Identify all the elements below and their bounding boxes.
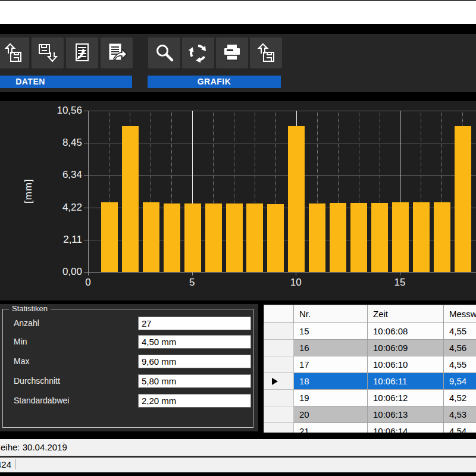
column-header-nr[interactable]: Nr. bbox=[294, 305, 368, 323]
stat-label-durchschnitt: Durchschnitt bbox=[14, 374, 60, 388]
stat-input-max[interactable] bbox=[138, 355, 251, 368]
chart-bar bbox=[164, 203, 180, 272]
table-cell[interactable]: 19 bbox=[294, 390, 368, 406]
chart-bar bbox=[455, 126, 471, 272]
status-separator bbox=[64, 441, 64, 452]
table-cell[interactable]: 4,55 bbox=[444, 323, 476, 340]
table-row[interactable]: 1610:06:094,56 bbox=[264, 340, 476, 356]
table-cell[interactable]: 4,56 bbox=[444, 340, 476, 356]
table-cell[interactable]: 15 bbox=[294, 323, 368, 340]
table-cell[interactable]: 4,54 bbox=[444, 423, 476, 433]
y-tick-mark bbox=[84, 272, 88, 273]
table-cell[interactable]: 10:06:14 bbox=[368, 423, 444, 433]
table-row[interactable]: 2110:06:144,54 bbox=[264, 423, 476, 433]
column-header-zeit[interactable]: Zeit bbox=[368, 305, 444, 323]
table-cell[interactable]: 9,54 bbox=[444, 373, 476, 390]
y-tick-label: 8,45 bbox=[0, 137, 82, 148]
row-header-cell[interactable] bbox=[264, 356, 294, 373]
table-row[interactable]: 1910:06:124,52 bbox=[264, 390, 476, 406]
stat-input-anzahl[interactable] bbox=[138, 317, 251, 330]
statistics-panel: Statistiken AnzahlMinMaxDurchschnittStan… bbox=[0, 304, 258, 431]
printer-icon bbox=[221, 42, 243, 64]
x-tick-label: 0 bbox=[78, 277, 98, 289]
load-data-button[interactable] bbox=[0, 37, 29, 68]
stat-label-standardabwei: Standardabwei bbox=[14, 394, 69, 408]
table-row[interactable]: 2010:06:134,53 bbox=[264, 406, 476, 423]
table-cell[interactable]: 18 bbox=[294, 373, 368, 390]
table-cell[interactable]: 4,53 bbox=[444, 406, 476, 423]
zoom-graphic-button[interactable] bbox=[148, 37, 180, 68]
save-data-button[interactable] bbox=[32, 37, 64, 68]
export-data-button[interactable] bbox=[101, 37, 133, 68]
chart-bar bbox=[371, 203, 388, 272]
stat-input-standardabwei[interactable] bbox=[138, 394, 251, 408]
grafik-group-label: GRAFIK bbox=[148, 76, 281, 88]
table-cell[interactable]: 4,52 bbox=[444, 390, 476, 406]
floppy-arrow-down-icon bbox=[37, 42, 58, 64]
table-cell[interactable]: 10:06:09 bbox=[368, 340, 444, 356]
chart-bar bbox=[288, 126, 305, 272]
table-cell[interactable]: 20 bbox=[294, 406, 368, 423]
row-header-cell[interactable] bbox=[264, 406, 294, 423]
stat-label-min: Min bbox=[14, 335, 27, 349]
stat-input-durchschnitt[interactable] bbox=[138, 374, 251, 388]
table-cell[interactable]: 10:06:08 bbox=[368, 323, 444, 340]
y-tick-mark bbox=[84, 240, 88, 240]
chart-bar bbox=[330, 203, 346, 272]
daten-button-group bbox=[0, 37, 133, 68]
table-cell[interactable]: 10:06:11 bbox=[368, 373, 444, 390]
y-tick-mark bbox=[84, 111, 88, 111]
table-cell[interactable]: 16 bbox=[294, 340, 368, 356]
status-bar-top: eihe: 30.04.2019 bbox=[0, 439, 476, 456]
row-header-corner bbox=[264, 305, 294, 323]
stat-label-max: Max bbox=[14, 355, 29, 368]
row-header-cell[interactable] bbox=[264, 390, 294, 406]
x-tick-label: 5 bbox=[182, 277, 202, 289]
row-header-cell[interactable] bbox=[264, 340, 294, 356]
table-row[interactable]: 1510:06:084,55 bbox=[264, 323, 476, 340]
table-cell[interactable]: 21 bbox=[294, 423, 368, 433]
table-cell[interactable]: 10:06:13 bbox=[368, 406, 444, 423]
toolbar: DATEN GRAFIK bbox=[0, 34, 476, 92]
table-cell[interactable]: 17 bbox=[294, 356, 368, 373]
x-tick-mark bbox=[296, 273, 296, 275]
y-tick-mark bbox=[84, 175, 88, 176]
column-header-messwert[interactable]: Messwert bbox=[444, 305, 476, 323]
reset-graphic-button[interactable] bbox=[182, 37, 214, 68]
chart-bar bbox=[350, 203, 367, 272]
chart-bar bbox=[413, 202, 430, 272]
stat-label-anzahl: Anzahl bbox=[14, 317, 39, 330]
status-date-text: eihe: 30.04.2019 bbox=[1, 439, 67, 456]
table-cell[interactable]: 10:06:12 bbox=[368, 390, 444, 406]
chart-bar bbox=[226, 203, 243, 272]
y-tick-label: 10,56 bbox=[0, 105, 82, 116]
chart-bar bbox=[267, 204, 284, 272]
table-header-row: Nr.ZeitMesswert bbox=[264, 305, 476, 323]
measurements-table-container[interactable]: Nr.ZeitMesswert1510:06:084,551610:06:094… bbox=[264, 305, 476, 433]
document-swoosh-icon bbox=[71, 42, 93, 64]
row-header-cell[interactable] bbox=[264, 423, 294, 433]
row-header-cell[interactable] bbox=[264, 323, 294, 340]
chart-panel: [mm] 0,002,114,226,348,4510,56051015 bbox=[0, 101, 476, 300]
grafik-button-group bbox=[148, 37, 282, 68]
bar-chart-plot-area bbox=[88, 111, 476, 273]
x-tick-mark bbox=[88, 273, 89, 275]
title-bar bbox=[0, 1, 476, 24]
chart-bar bbox=[205, 203, 222, 272]
floppy-arrow-up-icon bbox=[2, 42, 24, 64]
y-tick-label: 6,34 bbox=[0, 170, 82, 180]
gridline-horizontal bbox=[89, 111, 476, 111]
table-row[interactable]: 1710:06:104,55 bbox=[264, 356, 476, 373]
statistics-groupbox-title: Statistiken bbox=[9, 304, 51, 313]
print-graphic-button[interactable] bbox=[216, 37, 248, 68]
status-separator bbox=[15, 459, 16, 469]
clear-data-button[interactable] bbox=[66, 37, 98, 68]
table-cell[interactable]: 4,55 bbox=[444, 356, 476, 373]
x-tick-label: 15 bbox=[390, 277, 410, 289]
row-header-cell[interactable] bbox=[264, 373, 294, 390]
stat-input-min[interactable] bbox=[138, 335, 251, 349]
table-cell[interactable]: 10:06:10 bbox=[368, 356, 444, 373]
y-axis-title: [mm] bbox=[23, 178, 35, 203]
table-row[interactable]: 1810:06:119,54 bbox=[264, 373, 476, 390]
save-graphic-button[interactable] bbox=[250, 37, 282, 68]
